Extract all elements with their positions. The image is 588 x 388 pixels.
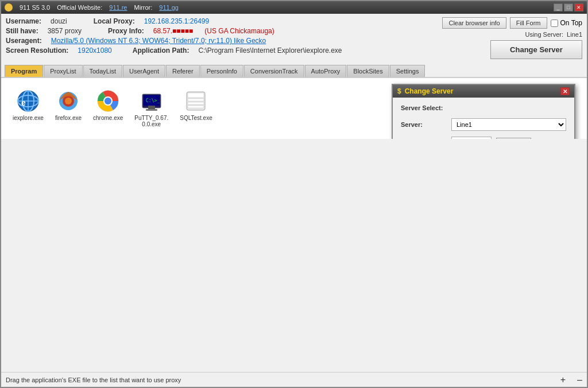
close-button[interactable]: ✕ bbox=[574, 3, 583, 11]
using-server-value: Line1 bbox=[567, 31, 582, 38]
fill-form-button[interactable]: Fill Form bbox=[510, 17, 547, 29]
iexplore-label: iexplore.exe bbox=[13, 115, 44, 121]
add-button[interactable]: + bbox=[560, 375, 566, 385]
title-bar: 911 S5 3.0 Official Website: 911.re Mirr… bbox=[1, 1, 587, 14]
dialog-title-left: $ Change Server bbox=[397, 87, 453, 95]
dialog-dollar-icon: $ bbox=[397, 87, 401, 95]
dialog-content: Server Select: Server: Line1 Line2 Line3… bbox=[393, 98, 574, 139]
svg-point-8 bbox=[65, 98, 72, 104]
on-top-checkbox[interactable] bbox=[551, 20, 558, 27]
app-icon-sqltest[interactable]: SQLTest.exe bbox=[180, 90, 212, 127]
useragent-label: Useragent: bbox=[6, 37, 42, 45]
title-bar-icon bbox=[5, 3, 13, 11]
iexplore-icon: e bbox=[17, 90, 40, 112]
screen-label: Screen Resolution: bbox=[6, 46, 68, 55]
svg-rect-18 bbox=[188, 93, 204, 98]
using-server-label: Using Server: bbox=[525, 31, 563, 38]
putty-icon: C:\>_ bbox=[140, 90, 163, 112]
proxy-ip: 68.57.■■■■■ bbox=[153, 27, 194, 35]
on-top-row: On Top bbox=[551, 19, 582, 27]
svg-rect-21 bbox=[188, 106, 204, 108]
proxy-location: (US GA Chickamauga) bbox=[204, 27, 274, 35]
username-value: douzi bbox=[51, 17, 67, 25]
status-bar: Drag the application's EXE file to the l… bbox=[1, 372, 587, 387]
status-buttons: + – bbox=[560, 375, 582, 385]
proxy-info-label: Proxy Info: bbox=[108, 27, 144, 35]
firefox-icon bbox=[57, 90, 80, 112]
tab-conversiontrack[interactable]: ConversionTrack bbox=[244, 65, 304, 77]
chrome-icon bbox=[96, 90, 119, 112]
still-have-label: Still have: bbox=[6, 27, 38, 35]
app-icon-putty[interactable]: C:\>_ PuTTY_0.67.0.0.exe bbox=[134, 90, 168, 127]
clear-browser-button[interactable]: Clear browser info bbox=[442, 17, 506, 29]
local-proxy-label: Local Proxy: bbox=[94, 17, 135, 25]
sqltest-label: SQLTest.exe bbox=[180, 115, 212, 121]
tabs-bar: Program ProxyList TodayList UserAgent Re… bbox=[1, 63, 587, 78]
title-bar-left: 911 S5 3.0 Official Website: 911.re Mirr… bbox=[5, 3, 179, 11]
local-proxy-value: 192.168.235.1:26499 bbox=[144, 17, 209, 25]
minimize-button[interactable]: _ bbox=[554, 3, 563, 11]
tab-settings[interactable]: Settings bbox=[390, 65, 425, 77]
dialog-check-button[interactable]: Check bbox=[496, 138, 531, 139]
firefox-label: firefox.exe bbox=[55, 115, 82, 121]
app-title: 911 S5 3.0 bbox=[20, 4, 50, 11]
change-server-button-main[interactable]: Change Server bbox=[490, 40, 582, 59]
remove-button[interactable]: – bbox=[577, 375, 582, 385]
dialog-section-title: Server Select: bbox=[401, 104, 566, 111]
maximize-button[interactable]: □ bbox=[564, 3, 573, 11]
svg-rect-19 bbox=[188, 99, 204, 101]
dialog-server-row: Server: Line1 Line2 Line3 bbox=[401, 118, 566, 131]
svg-rect-14 bbox=[148, 106, 155, 109]
tab-useragent[interactable]: UserAgent bbox=[123, 65, 165, 77]
content-wrapper: e iexplore.exe firef bbox=[1, 78, 587, 372]
putty-label: PuTTY_0.67.0.0.exe bbox=[134, 115, 168, 127]
svg-text:C:\>_: C:\>_ bbox=[146, 98, 160, 103]
svg-point-11 bbox=[105, 98, 111, 104]
website-link[interactable]: 911.re bbox=[109, 4, 127, 11]
content-area: e iexplore.exe firef bbox=[1, 78, 587, 139]
dialog-title-text: Change Server bbox=[405, 87, 454, 95]
screen-value: 1920x1080 bbox=[78, 46, 111, 55]
dialog-close-button[interactable]: ✕ bbox=[560, 87, 570, 95]
useragent-value: Mozilla/5.0 (Windows NT 6.3; WOW64; Trid… bbox=[51, 37, 266, 45]
sqltest-icon bbox=[184, 90, 207, 112]
tab-program[interactable]: Program bbox=[5, 65, 43, 77]
dialog-ping-input[interactable] bbox=[451, 137, 492, 139]
tab-proxylist[interactable]: ProxyList bbox=[44, 65, 82, 77]
main-window: 911 S5 3.0 Official Website: 911.re Mirr… bbox=[0, 0, 588, 388]
status-drag-text: Drag the application's EXE file to the l… bbox=[6, 377, 181, 383]
tab-todaylist[interactable]: TodayList bbox=[83, 65, 122, 77]
title-bar-controls: _ □ ✕ bbox=[554, 3, 583, 11]
mirror-label: Mirror: bbox=[134, 4, 153, 11]
dialog-server-label: Server: bbox=[401, 121, 447, 128]
header-info: Username: douzi Local Proxy: 192.168.235… bbox=[6, 17, 342, 59]
app-icon-iexplore[interactable]: e iexplore.exe bbox=[13, 90, 44, 127]
website-label: Official Website: bbox=[57, 4, 102, 11]
svg-rect-20 bbox=[188, 102, 204, 104]
tab-personinfo[interactable]: PersonInfo bbox=[200, 65, 243, 77]
app-icon-chrome[interactable]: chrome.exe bbox=[93, 90, 123, 127]
username-label: Username: bbox=[6, 17, 41, 25]
svg-text:e: e bbox=[21, 98, 26, 107]
on-top-label: On Top bbox=[560, 19, 582, 27]
tab-autoproxy[interactable]: AutoProxy bbox=[305, 65, 347, 77]
mirror-link[interactable]: 911.gg bbox=[159, 4, 179, 11]
tab-blocksites[interactable]: BlockSites bbox=[347, 65, 389, 77]
app-path-value: C:\Program Files\Internet Explorer\iexpl… bbox=[198, 46, 342, 55]
svg-rect-15 bbox=[146, 109, 157, 111]
dialog-title-bar: $ Change Server ✕ bbox=[393, 85, 574, 98]
header-section: Username: douzi Local Proxy: 192.168.235… bbox=[1, 14, 587, 63]
chrome-label: chrome.exe bbox=[93, 115, 123, 121]
dialog-server-select[interactable]: Line1 Line2 Line3 bbox=[451, 118, 566, 131]
header-right-panel: Clear browser info Fill Form On Top Usin… bbox=[442, 17, 582, 59]
change-server-dialog: $ Change Server ✕ Server Select: Server:… bbox=[392, 84, 575, 139]
dialog-ping-row: Ping Times: Check bbox=[401, 137, 566, 139]
still-have-value: 3857 proxy bbox=[48, 27, 82, 35]
app-icon-firefox[interactable]: firefox.exe bbox=[55, 90, 82, 127]
app-path-label: Application Path: bbox=[133, 46, 189, 55]
tab-referer[interactable]: Referer bbox=[166, 65, 200, 77]
